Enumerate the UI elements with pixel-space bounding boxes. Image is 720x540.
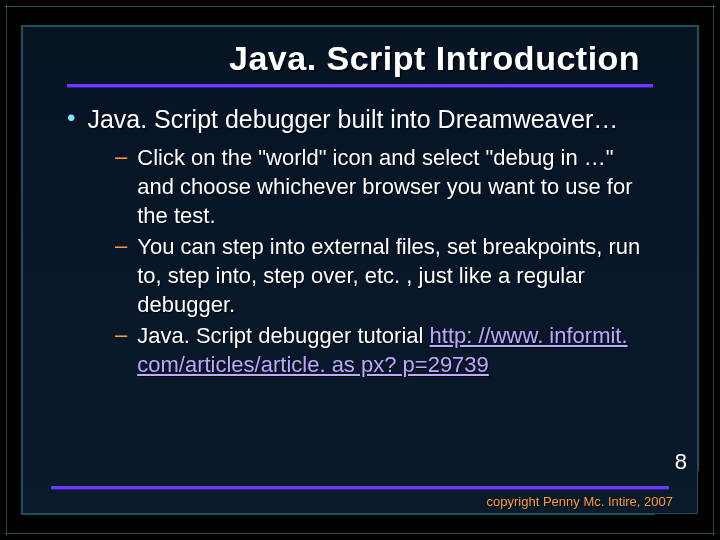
bullet-dot-icon: • — [67, 103, 75, 135]
bullet-dash-icon: – — [115, 143, 127, 230]
slide-content: • Java. Script debugger built into Dream… — [23, 87, 697, 379]
page-number: 8 — [675, 449, 687, 475]
bullet-level-2: – You can step into external files, set … — [115, 232, 649, 319]
slide-container: Java. Script Introduction • Java. Script… — [22, 26, 698, 514]
sub-bullet-text: You can step into external files, set br… — [137, 232, 649, 319]
copyright-text: copyright Penny Mc. Intire, 2007 — [487, 494, 673, 509]
bullet-dash-icon: – — [115, 232, 127, 319]
bullet-dash-icon: – — [115, 321, 127, 379]
bottom-underline — [51, 486, 669, 489]
sub-bullet-text: Click on the "world" icon and select "de… — [137, 143, 649, 230]
bullet-level-2: – Java. Script debugger tutorial http: /… — [115, 321, 649, 379]
slide-title: Java. Script Introduction — [23, 39, 697, 78]
frame-edge — [4, 6, 716, 7]
bullet-text: Java. Script debugger built into Dreamwe… — [87, 103, 618, 135]
frame-edge — [713, 4, 714, 536]
frame-edge — [4, 533, 716, 534]
bullet-level-1: • Java. Script debugger built into Dream… — [71, 103, 649, 135]
sub-bullet-text: Java. Script debugger tutorial http: //w… — [137, 321, 649, 379]
frame-edge — [6, 4, 7, 536]
sub-bullet-list: – Click on the "world" icon and select "… — [115, 143, 649, 379]
bullet-level-2: – Click on the "world" icon and select "… — [115, 143, 649, 230]
sub-bullet-prefix: Java. Script debugger tutorial — [137, 323, 429, 348]
